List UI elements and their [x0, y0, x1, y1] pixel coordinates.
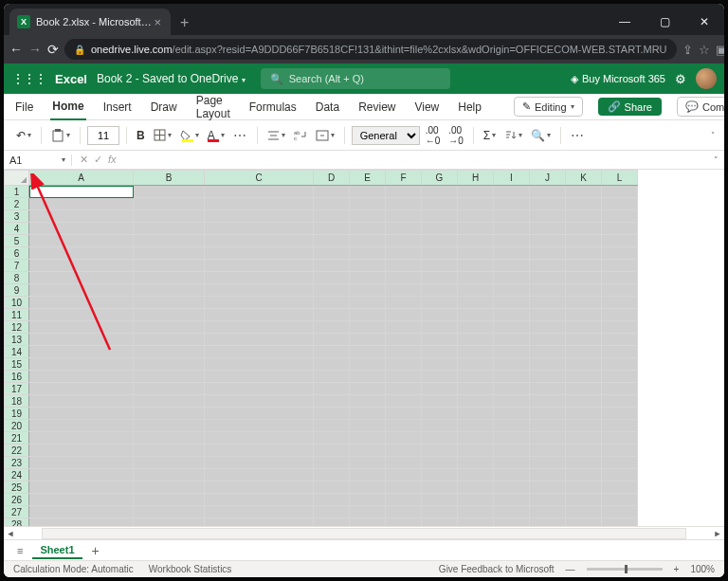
cell-C19[interactable]: [205, 408, 314, 420]
more-commands-icon[interactable]: ⋯: [568, 125, 588, 146]
cell-G28[interactable]: [422, 518, 458, 527]
cell-J21[interactable]: [530, 432, 566, 445]
cell-K3[interactable]: [566, 210, 602, 223]
cell-B26[interactable]: [134, 494, 205, 506]
cell-L15[interactable]: [602, 358, 638, 371]
cell-C27[interactable]: [205, 506, 314, 518]
cell-J4[interactable]: [530, 223, 566, 235]
cell-I21[interactable]: [494, 432, 530, 445]
cell-D2[interactable]: [314, 198, 350, 210]
cell-D11[interactable]: [314, 309, 350, 321]
cell-B8[interactable]: [134, 272, 205, 284]
cell-G27[interactable]: [422, 506, 458, 518]
row-header-14[interactable]: 14: [5, 346, 29, 358]
cell-G22[interactable]: [422, 445, 458, 457]
cell-D4[interactable]: [314, 223, 350, 235]
cell-L19[interactable]: [602, 408, 638, 420]
cell-B10[interactable]: [134, 297, 205, 309]
sort-filter-button[interactable]: ▾: [501, 126, 525, 144]
cell-C4[interactable]: [205, 223, 314, 235]
cell-L10[interactable]: [602, 297, 638, 309]
cell-K25[interactable]: [566, 481, 602, 494]
cell-F17[interactable]: [386, 383, 422, 395]
address-bar[interactable]: 🔒 onedrive.live.com/edit.aspx?resid=A9DD…: [64, 39, 677, 60]
cell-I13[interactable]: [494, 334, 530, 346]
cell-L14[interactable]: [602, 346, 638, 358]
cell-E2[interactable]: [350, 198, 386, 210]
zoom-slider[interactable]: [587, 568, 663, 571]
col-header-J[interactable]: J: [530, 171, 566, 186]
cell-J23[interactable]: [530, 457, 566, 469]
cell-K22[interactable]: [566, 445, 602, 457]
col-header-G[interactable]: G: [422, 171, 458, 186]
cell-C18[interactable]: [205, 395, 314, 408]
cell-G19[interactable]: [422, 408, 458, 420]
cell-F2[interactable]: [386, 198, 422, 210]
cell-H23[interactable]: [458, 457, 494, 469]
row-header-6[interactable]: 6: [5, 247, 29, 260]
cell-L16[interactable]: [602, 371, 638, 383]
cell-H12[interactable]: [458, 321, 494, 334]
cell-D1[interactable]: [314, 186, 350, 198]
cell-K28[interactable]: [566, 518, 602, 527]
collapse-ribbon-icon[interactable]: ˅: [711, 131, 715, 139]
cell-A26[interactable]: [29, 494, 134, 506]
cell-K13[interactable]: [566, 334, 602, 346]
cell-D28[interactable]: [314, 518, 350, 527]
cell-H18[interactable]: [458, 395, 494, 408]
cell-L20[interactable]: [602, 420, 638, 432]
cell-B24[interactable]: [134, 469, 205, 481]
row-header-3[interactable]: 3: [5, 210, 29, 223]
cell-E17[interactable]: [350, 383, 386, 395]
cell-L1[interactable]: [602, 186, 638, 198]
cell-E12[interactable]: [350, 321, 386, 334]
row-header-19[interactable]: 19: [5, 408, 29, 420]
cell-C28[interactable]: [205, 518, 314, 527]
horizontal-scrollbar[interactable]: ◄ ►: [4, 526, 724, 539]
cell-E18[interactable]: [350, 395, 386, 408]
cell-E8[interactable]: [350, 272, 386, 284]
cell-C25[interactable]: [205, 481, 314, 494]
cell-G11[interactable]: [422, 309, 458, 321]
cell-H2[interactable]: [458, 198, 494, 210]
tab-data[interactable]: Data: [314, 95, 341, 119]
cell-F16[interactable]: [386, 371, 422, 383]
cell-C16[interactable]: [205, 371, 314, 383]
reload-button[interactable]: ⟳: [47, 42, 59, 57]
close-tab-icon[interactable]: ×: [152, 15, 163, 29]
cell-D16[interactable]: [314, 371, 350, 383]
cell-I3[interactable]: [494, 210, 530, 223]
cell-E11[interactable]: [350, 309, 386, 321]
cell-A19[interactable]: [29, 408, 134, 420]
cell-I22[interactable]: [494, 445, 530, 457]
cell-E20[interactable]: [350, 420, 386, 432]
browser-tab[interactable]: X Book 2.xlsx - Microsoft Excel Onl ×: [9, 9, 171, 35]
cell-K7[interactable]: [566, 260, 602, 272]
row-header-21[interactable]: 21: [5, 432, 29, 445]
cell-C14[interactable]: [205, 346, 314, 358]
cell-G7[interactable]: [422, 260, 458, 272]
cell-L4[interactable]: [602, 223, 638, 235]
cell-A6[interactable]: [29, 247, 134, 260]
cell-E22[interactable]: [350, 445, 386, 457]
sheet-tab-sheet1[interactable]: Sheet1: [32, 542, 82, 559]
cell-G23[interactable]: [422, 457, 458, 469]
cell-H7[interactable]: [458, 260, 494, 272]
cell-A11[interactable]: [29, 309, 134, 321]
cell-A1[interactable]: [29, 186, 134, 198]
cell-H20[interactable]: [458, 420, 494, 432]
cell-H28[interactable]: [458, 518, 494, 527]
cell-A4[interactable]: [29, 223, 134, 235]
cell-C26[interactable]: [205, 494, 314, 506]
cell-K4[interactable]: [566, 223, 602, 235]
cell-K19[interactable]: [566, 408, 602, 420]
col-header-A[interactable]: A: [29, 171, 134, 186]
cell-J7[interactable]: [530, 260, 566, 272]
cell-B19[interactable]: [134, 408, 205, 420]
cell-D22[interactable]: [314, 445, 350, 457]
cell-H8[interactable]: [458, 272, 494, 284]
cell-J19[interactable]: [530, 408, 566, 420]
tab-help[interactable]: Help: [456, 95, 483, 119]
cell-K20[interactable]: [566, 420, 602, 432]
search-input[interactable]: [289, 73, 441, 84]
